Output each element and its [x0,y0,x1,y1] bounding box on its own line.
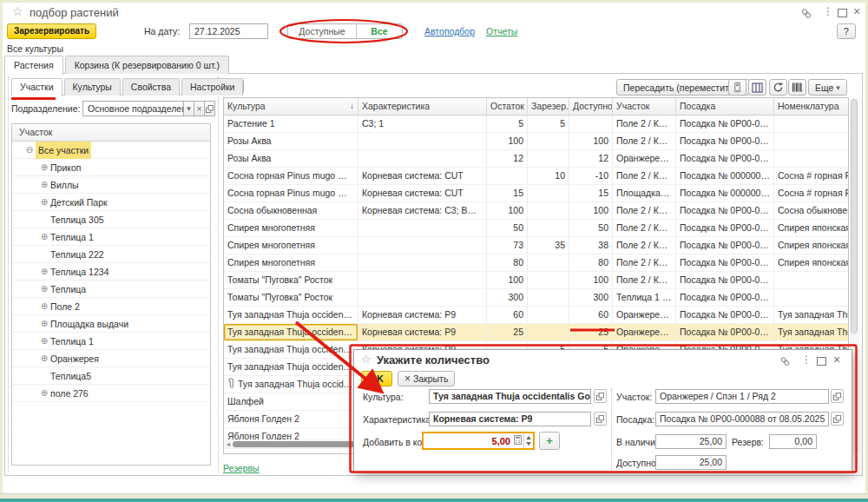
toggle-all[interactable]: Все [356,24,402,38]
tree-item[interactable]: ⊕поле 276 [12,385,210,402]
tree-item[interactable]: ⊕Прикоп [12,159,210,176]
department-combo[interactable]: Основное подразделение [82,101,184,116]
tab-cart[interactable]: Корзина (К резервированию 0 шт.) [65,56,229,74]
data-terminal-icon[interactable] [728,79,746,96]
grid-row[interactable]: Спирея многопетняя8080Поле 2 / Кар...Пос… [224,254,848,272]
tree-item[interactable]: ⊕Виллы [12,176,210,194]
tab-properties[interactable]: Свойства [122,78,180,96]
maximize-icon[interactable] [838,9,847,17]
grid-row[interactable]: Томаты "Пуговка" Росток100100Поле 2 / Ка… [224,272,848,289]
culture-field[interactable]: Туя западная Thuja occidentalis Golden B [429,389,591,404]
scroll-left-icon[interactable]: ◂ [224,440,233,448]
planting-field[interactable]: Посадка № 0Р00-000088 от 08.05.2025 [655,412,829,426]
grid-row[interactable]: Туя западная Thuja occidentalis Gold...К… [224,324,848,341]
tree-item[interactable]: ⊕Теплица 1 [12,333,210,350]
column-header-plot[interactable]: Участок [613,98,676,114]
favorite-star-icon[interactable]: ☆ [12,5,23,17]
get-link-icon[interactable] [779,356,791,368]
tree-item[interactable]: ⊕Теплица 1234 [12,263,210,281]
toggle-available[interactable]: Доступные [288,24,356,38]
grid-row[interactable]: Спирея многопетняя733538Поле 2 / Кар...П… [224,237,848,254]
menu-dots-icon[interactable]: ⋮ [801,353,812,366]
more-button[interactable]: Еще ▾ [808,79,847,96]
date-input[interactable] [189,23,268,39]
calculator-icon[interactable] [512,435,523,446]
quantity-stepper[interactable] [523,433,533,448]
add-to-cart-button[interactable]: + [539,432,560,450]
grid-row[interactable]: Розы Аква100100Поле 2 / Кар...Посадка № … [224,133,848,150]
tree-item[interactable]: ⊕Оранжерея [12,350,210,367]
tree-expander-icon[interactable]: ⊕ [38,160,50,175]
tree-expander-icon[interactable]: ⊕ [38,299,50,314]
column-header-characteristic[interactable]: Характеристика [358,98,487,114]
grid-row[interactable]: Растение 1C3; 155Поле 2 / Кар...Посадка … [224,116,848,133]
columns-icon[interactable] [748,79,766,96]
step-down-icon[interactable] [526,442,531,446]
grid-row[interactable]: Томаты "Пуговка" Росток300300Теплица 1 /… [224,289,848,307]
scrollbar-thumb[interactable] [851,99,858,334]
menu-dots-icon[interactable]: ⋮ [823,5,833,17]
column-header-nomenclature[interactable]: Номенклатура [774,98,849,114]
close-icon[interactable]: × [853,4,860,18]
close-button[interactable]: × Закрыть [398,371,455,386]
open-link-icon[interactable] [831,389,844,403]
tree-expander-icon[interactable]: ⊕ [38,177,50,193]
tree-column-header[interactable]: Участок [12,124,210,142]
tree-item[interactable]: Теплица 222 [12,246,210,263]
reserve-button[interactable]: Зарезервировать [7,23,96,39]
tree-expander-icon[interactable]: ⊕ [38,316,50,332]
open-link-icon[interactable] [594,412,607,426]
favorite-star-icon[interactable]: ☆ [361,353,372,366]
column-header-planting[interactable]: Посадка [676,98,774,114]
dropdown-arrow-icon[interactable]: ▾ [184,101,194,116]
tree-item[interactable]: ⊕Площадка выдачи [12,315,210,333]
autoselect-link[interactable]: Автоподбор [424,26,475,36]
refresh-icon[interactable] [769,79,787,96]
panel-splitter[interactable] [218,76,219,472]
tree-expander-icon[interactable]: ⊕ [38,229,50,245]
grid-row[interactable]: Спирея многопетняя5050Поле 2 / Кар...Пос… [224,220,848,237]
tree-item[interactable]: ⊖Все участки [12,142,210,159]
tree-expander-icon[interactable]: ⊕ [38,334,50,349]
tree-item[interactable]: ⊕Теплица 1 [12,228,210,246]
tree-expander-icon[interactable]: ⊕ [38,351,50,367]
tree-item[interactable]: Теплица5 [12,367,210,385]
open-link-icon[interactable] [205,101,215,116]
tab-plots[interactable]: Участки [11,78,62,96]
tree-expander-icon[interactable]: ⊖ [23,142,36,158]
tree-item[interactable]: ⊕Детский Парк [12,194,210,211]
availability-toggle[interactable]: Доступные Все [287,23,403,39]
tree-item[interactable]: ⊕Поле 2 [12,298,210,315]
column-header-reserved[interactable]: Зарезер... [528,98,569,114]
tree-expander-icon[interactable]: ⊕ [38,281,50,297]
clear-icon[interactable]: × [194,101,205,116]
help-button[interactable]: ? [837,23,856,39]
grid-row[interactable]: Сосна горная Pinus mugo MughusКорневая с… [224,185,848,202]
tree-expander-icon[interactable]: ⊕ [38,386,50,401]
tree-expander-icon[interactable]: ⊕ [38,195,50,210]
ok-button[interactable]: OK [361,371,392,386]
barcode-icon[interactable] [788,79,806,96]
tree-expander-icon[interactable]: ⊕ [38,264,50,280]
open-link-icon[interactable] [594,389,607,403]
open-link-icon[interactable] [831,412,844,426]
column-header-culture[interactable]: Культура↓ [224,98,358,114]
tree-item[interactable]: ⊕Теплица [12,281,210,298]
column-header-stock[interactable]: Остаток [487,98,528,114]
maximize-icon[interactable] [817,357,826,366]
reserves-link[interactable]: Резервы [223,463,260,473]
column-header-available[interactable]: Доступно [569,98,613,114]
tree-item[interactable]: Теплица 305 [12,211,210,228]
step-up-icon[interactable] [526,436,531,439]
grid-row[interactable]: Сосна горная Pinus mugo MughusКорневая с… [224,168,848,185]
grid-row[interactable]: Розы Аква1212Оранжерея ...Посадка № 0Р00… [224,150,848,168]
tab-plants[interactable]: Растения [4,56,63,75]
reports-link[interactable]: Отчеты [486,26,517,36]
tab-cultures[interactable]: Культуры [64,78,121,96]
characteristic-field[interactable]: Корневая система: P9 [429,412,591,426]
grid-row[interactable]: Туя западная Thuja occidentalis Gold...К… [224,307,848,324]
tab-settings[interactable]: Настройки [181,78,244,96]
grid-row[interactable]: Сосна обыкновеннаяКорневая система: C3; … [224,202,848,220]
quantity-input[interactable]: 5,00 [422,432,535,450]
get-link-icon[interactable] [800,8,812,21]
